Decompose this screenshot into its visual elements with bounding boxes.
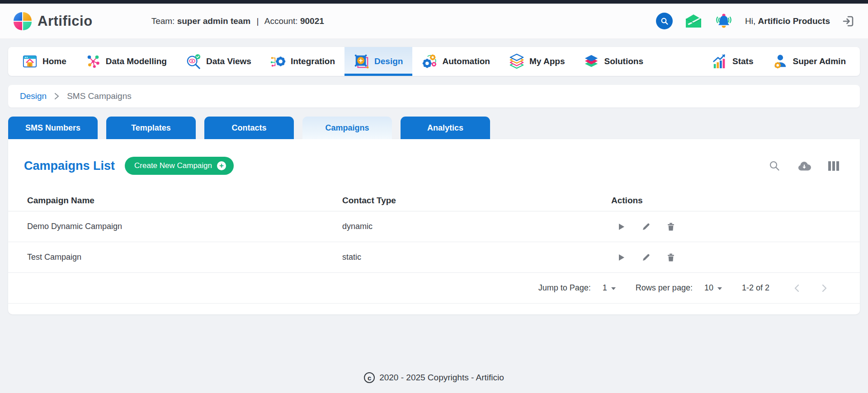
nav-item-home[interactable]: Home — [13, 47, 76, 76]
plus-icon: + — [217, 161, 226, 170]
nav-item-data-modelling[interactable]: Data Modelling — [76, 47, 176, 76]
column-header-campaign-name: Campaign Name — [27, 196, 342, 206]
nav-label: My Apps — [529, 56, 565, 66]
campaigns-card: Campaigns List Create New Campaign + Cam… — [8, 139, 860, 314]
tab-templates[interactable]: Templates — [106, 117, 196, 139]
caret-down-icon — [611, 287, 616, 290]
contact-type-cell: dynamic — [342, 222, 611, 231]
nav-label: Stats — [732, 56, 753, 66]
nav-label: Data Modelling — [106, 56, 167, 66]
nav-item-data-views[interactable]: Data Views — [176, 47, 261, 76]
top-dark-strip — [0, 0, 868, 4]
logout-icon[interactable] — [842, 15, 854, 28]
super-admin-icon — [772, 54, 788, 69]
page-select-value: 1 — [603, 283, 607, 293]
caret-down-icon — [717, 287, 722, 290]
contact-type-cell: static — [342, 253, 611, 262]
team-account-info: Team: super admin team | Account: 90021 — [151, 16, 324, 26]
tab-contacts[interactable]: Contacts — [204, 117, 294, 139]
notifications-bell-icon[interactable] — [714, 13, 733, 29]
column-view-icon[interactable] — [828, 161, 839, 171]
nav-item-solutions[interactable]: Solutions — [574, 47, 653, 76]
page-select[interactable]: 1 — [603, 283, 616, 293]
copyright-icon: c — [364, 372, 375, 383]
pagination-range: 1-2 of 2 — [742, 283, 769, 293]
next-page-icon[interactable] — [820, 284, 828, 293]
team-name: super admin team — [177, 16, 251, 26]
run-campaign-icon[interactable] — [617, 253, 626, 262]
my-apps-icon — [509, 54, 524, 69]
greeting-username: Artificio Products — [758, 16, 830, 26]
nav-label: Automation — [442, 56, 490, 66]
nav-label: Solutions — [604, 56, 643, 66]
nav-label: Data Views — [206, 56, 251, 66]
campaign-name-cell: Demo Dynamic Campaign — [27, 222, 342, 231]
delete-campaign-icon[interactable] — [666, 253, 675, 262]
nav-item-stats[interactable]: Stats — [703, 47, 763, 76]
stats-icon — [712, 54, 727, 69]
breadcrumb: Design SMS Campaigns — [8, 85, 860, 108]
rows-per-page-label: Rows per page: — [636, 283, 693, 293]
breadcrumb-current: SMS Campaigns — [67, 91, 132, 101]
delete-campaign-icon[interactable] — [666, 222, 675, 231]
jump-to-page-label: Jump to Page: — [538, 283, 591, 293]
table-row: Demo Dynamic Campaign dynamic — [8, 211, 860, 242]
logo-text: Artificio — [38, 13, 93, 29]
rows-per-page-value: 10 — [704, 283, 713, 293]
nav-item-super-admin[interactable]: Super Admin — [763, 47, 855, 76]
nav-label: Super Admin — [793, 56, 846, 66]
page-title: Campaigns List — [24, 159, 115, 173]
tab-analytics[interactable]: Analytics — [401, 117, 490, 139]
nav-item-automation[interactable]: Automation — [412, 47, 500, 76]
data-modelling-icon — [85, 54, 101, 69]
account-number: 90021 — [300, 16, 324, 26]
breadcrumb-design-link[interactable]: Design — [20, 91, 47, 101]
create-new-campaign-button[interactable]: Create New Campaign + — [125, 157, 234, 175]
previous-page-icon[interactable] — [793, 284, 801, 293]
pagination-bar: Jump to Page: 1 Rows per page: 10 1-2 of… — [8, 273, 860, 304]
team-label: Team: — [151, 16, 175, 26]
create-button-label: Create New Campaign — [134, 161, 212, 170]
nav-label: Integration — [291, 56, 335, 66]
user-greeting: Hi, Artificio Products — [745, 16, 830, 26]
app-header: Artificio Team: super admin team | Accou… — [0, 4, 868, 39]
tab-campaigns[interactable]: Campaigns — [302, 117, 392, 139]
download-cloud-icon[interactable] — [797, 161, 811, 171]
column-header-contact-type: Contact Type — [342, 196, 611, 206]
data-views-icon — [186, 54, 201, 69]
solutions-icon — [584, 54, 599, 69]
design-icon — [354, 54, 369, 69]
account-label: Account: — [264, 16, 298, 26]
automation-icon — [422, 54, 437, 69]
separator: | — [257, 16, 259, 26]
chevron-right-icon — [54, 93, 59, 100]
nav-label: Home — [42, 56, 66, 66]
app-logo[interactable]: Artificio — [14, 12, 93, 30]
table-row: Test Campaign static — [8, 242, 860, 273]
edit-campaign-icon[interactable] — [642, 222, 651, 231]
tab-sms-numbers[interactable]: SMS Numbers — [8, 117, 98, 139]
nav-item-design[interactable]: Design — [344, 47, 412, 76]
integration-icon — [270, 54, 286, 69]
run-campaign-icon[interactable] — [617, 222, 626, 231]
campaign-name-cell: Test Campaign — [27, 253, 342, 262]
mail-icon[interactable] — [684, 14, 703, 28]
search-icon[interactable] — [656, 13, 673, 29]
home-icon — [22, 54, 38, 69]
table-search-icon[interactable] — [769, 160, 780, 172]
main-navigation: Home Data Modelling Data Views Integrati… — [8, 47, 860, 76]
footer-text: 2020 - 2025 Copyrights - Artificio — [379, 373, 504, 383]
nav-item-integration[interactable]: Integration — [261, 47, 344, 76]
logo-quadrant-icon — [14, 12, 32, 30]
edit-campaign-icon[interactable] — [642, 253, 651, 262]
nav-label: Design — [374, 56, 403, 66]
column-header-actions: Actions — [611, 196, 643, 206]
page-footer: c 2020 - 2025 Copyrights - Artificio — [0, 372, 868, 383]
table-header-row: Campaign Name Contact Type Actions — [8, 190, 860, 211]
nav-item-my-apps[interactable]: My Apps — [500, 47, 574, 76]
rows-per-page-select[interactable]: 10 — [704, 283, 722, 293]
sms-section-tabs: SMS Numbers Templates Contacts Campaigns… — [8, 117, 860, 139]
greeting-prefix: Hi, — [745, 16, 755, 26]
